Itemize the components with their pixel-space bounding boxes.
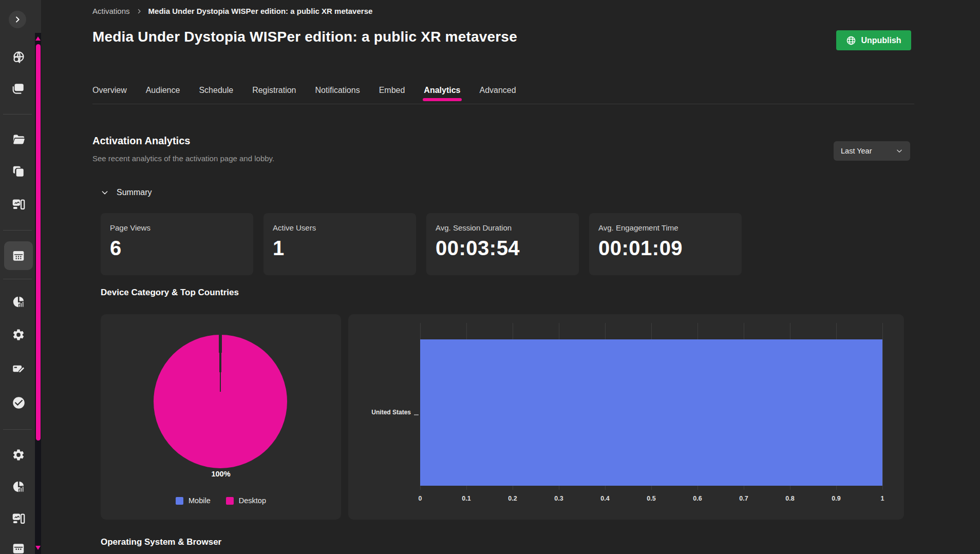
- tab-bar: Overview Audience Schedule Registration …: [92, 77, 914, 104]
- stat-value: 1: [273, 237, 407, 260]
- summary-label: Summary: [117, 188, 152, 197]
- sidebar-item-registration-cards[interactable]: [5, 356, 32, 381]
- page-title: Media Under Dystopia WISPer edition: a p…: [92, 29, 517, 45]
- device-countries-heading: Device Category & Top Countries: [101, 288, 239, 298]
- top-countries-bar-card: United States 0 0.1 0.2 0.3 0.4 0.5 0.6 …: [348, 314, 904, 520]
- x-tick-label: 0: [409, 495, 431, 502]
- active-tab-underline: [423, 98, 461, 101]
- pie-stats-icon: [12, 480, 25, 493]
- sidebar-divider: [3, 230, 32, 231]
- x-tick-label: 0.4: [594, 495, 616, 502]
- stat-value: 6: [110, 237, 244, 260]
- y-axis-label: United States: [348, 409, 411, 416]
- sidebar-divider: [3, 114, 32, 114]
- breadcrumb-current: Media Under Dystopia WISPer edition: a p…: [148, 7, 373, 15]
- pie-data-label: 100%: [101, 470, 341, 478]
- bar-united-states: [420, 339, 882, 486]
- sidebar-item-files[interactable]: [5, 127, 32, 151]
- breadcrumb: Activations Media Under Dystopia WISPer …: [92, 7, 372, 15]
- tab-registration[interactable]: Registration: [252, 77, 296, 104]
- tab-embed[interactable]: Embed: [379, 77, 405, 104]
- sidebar-expand-button[interactable]: [9, 11, 26, 28]
- stat-card-active-users: Active Users 1: [263, 213, 416, 275]
- device-preview-icon: [12, 198, 26, 212]
- sidebar-scrollbar-thumb[interactable]: [36, 44, 41, 441]
- stat-label: Page Views: [110, 223, 244, 232]
- desktop-swatch: [226, 497, 234, 505]
- x-tick-label: 0.3: [548, 495, 570, 502]
- date-range-dropdown[interactable]: Last Year: [834, 141, 910, 161]
- pie-legend: Mobile Desktop: [101, 496, 341, 505]
- chevron-right-icon: [13, 15, 22, 24]
- sidebar-item-collections[interactable]: [5, 77, 32, 101]
- folder-open-icon: [12, 132, 26, 146]
- x-tick-label: 0.6: [686, 495, 709, 502]
- section-heading: Activation Analytics: [92, 135, 190, 147]
- copy-icon: [12, 165, 25, 178]
- x-tick-label: 0.1: [455, 495, 478, 502]
- x-tick-label: 0.8: [779, 495, 801, 502]
- x-tick-label: 1: [871, 495, 894, 502]
- legend-item-mobile[interactable]: Mobile: [176, 496, 211, 505]
- date-range-value: Last Year: [841, 147, 872, 155]
- tab-audience[interactable]: Audience: [146, 77, 180, 104]
- tab-analytics[interactable]: Analytics: [424, 77, 460, 104]
- stat-card-session-duration: Avg. Session Duration 00:03:54: [426, 213, 579, 275]
- unpublish-button[interactable]: Unpublish: [836, 30, 911, 50]
- x-tick-label: 0.9: [825, 495, 847, 502]
- sidebar-item-device-preview[interactable]: [5, 192, 32, 217]
- card-edit-icon: [12, 362, 26, 376]
- sidebar-item-analytics-2[interactable]: [5, 474, 32, 499]
- stat-label: Avg. Engagement Time: [598, 223, 732, 232]
- x-tick-label: 0.7: [732, 495, 755, 502]
- calendar-icon: [12, 542, 25, 554]
- sidebar: [0, 0, 41, 554]
- stat-card-page-views: Page Views 6: [101, 213, 253, 275]
- summary-collapse-toggle[interactable]: Summary: [101, 188, 152, 197]
- os-browser-heading: Operating System & Browser: [101, 537, 221, 547]
- breadcrumb-chevron-icon: [136, 8, 142, 14]
- gear-icon: [12, 448, 25, 462]
- stat-value: 00:03:54: [436, 237, 570, 260]
- x-tick-label: 0.2: [501, 495, 524, 502]
- section-subheading: See recent analytics of the activation p…: [92, 154, 274, 163]
- sidebar-item-analytics[interactable]: [5, 290, 32, 314]
- pie-chart: [154, 335, 287, 468]
- legend-item-desktop[interactable]: Desktop: [226, 496, 266, 505]
- tab-notifications[interactable]: Notifications: [315, 77, 360, 104]
- sidebar-item-calendar-2[interactable]: [5, 536, 32, 554]
- sidebar-item-settings-2[interactable]: [5, 443, 32, 467]
- sidebar-item-approvals[interactable]: [5, 390, 32, 415]
- tab-schedule[interactable]: Schedule: [199, 77, 233, 104]
- tab-advanced[interactable]: Advanced: [480, 77, 516, 104]
- sidebar-divider: [3, 429, 32, 430]
- layers-icon: [12, 82, 25, 95]
- device-preview-icon: [12, 512, 26, 526]
- scrollbar-arrow-down-icon[interactable]: [35, 546, 41, 550]
- pie-stats-icon: [12, 295, 25, 309]
- sidebar-divider: [3, 279, 32, 279]
- stat-label: Active Users: [273, 223, 407, 232]
- calendar-icon: [12, 249, 25, 262]
- sidebar-item-discover[interactable]: [5, 45, 32, 69]
- mobile-swatch: [176, 497, 183, 505]
- sidebar-item-device-preview-2[interactable]: [5, 506, 32, 531]
- gridline: [882, 323, 883, 490]
- stat-label: Avg. Session Duration: [436, 223, 570, 232]
- stat-value: 00:01:09: [598, 237, 732, 260]
- globe-search-icon: [12, 50, 26, 64]
- scrollbar-arrow-up-icon[interactable]: [35, 36, 41, 41]
- chevron-down-icon: [896, 147, 903, 155]
- device-category-pie-card: 100% Mobile Desktop: [101, 314, 341, 520]
- breadcrumb-activations-link[interactable]: Activations: [92, 7, 130, 15]
- globe-icon: [846, 35, 856, 46]
- y-axis-tick: [414, 414, 419, 415]
- sidebar-item-assets[interactable]: [5, 159, 32, 184]
- stat-card-engagement-time: Avg. Engagement Time 00:01:09: [589, 213, 742, 275]
- sidebar-item-activations-active[interactable]: [4, 241, 33, 270]
- unpublish-label: Unpublish: [861, 36, 901, 45]
- gear-icon: [12, 328, 25, 341]
- check-circle-icon: [12, 396, 26, 410]
- tab-overview[interactable]: Overview: [92, 77, 127, 104]
- sidebar-item-settings[interactable]: [5, 322, 32, 347]
